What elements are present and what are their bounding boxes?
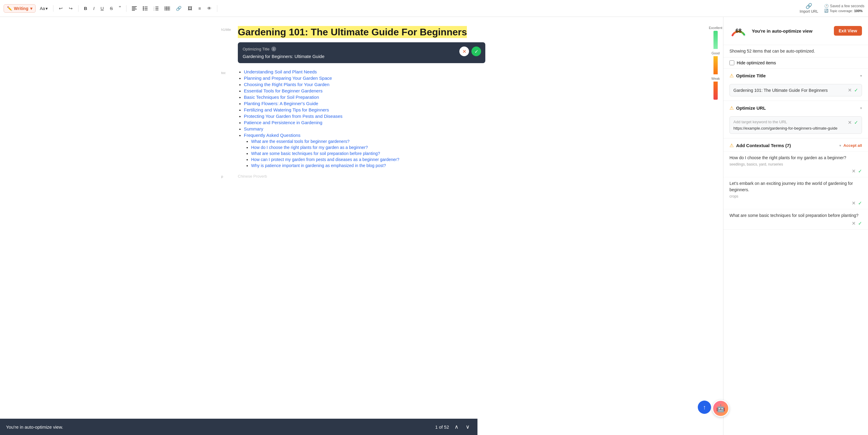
toc-link[interactable]: Patience and Persistence in Gardening (244, 120, 322, 125)
article-title[interactable]: Gardening 101: The Ultimate Guide For Be… (238, 26, 467, 38)
exit-view-button[interactable]: Exit View (834, 26, 862, 36)
toc-link[interactable]: Summary (244, 126, 263, 132)
url-suggestion-box: Add target keyword to the URL https://ex… (730, 116, 862, 134)
toc-link[interactable]: Essential Tools for Beginner Gardeners (244, 88, 322, 93)
accept-term-button[interactable]: ✓ (858, 168, 862, 174)
reject-url-button[interactable]: ✕ (848, 120, 852, 125)
svg-rect-13 (155, 8, 158, 9)
chevron-down-icon: ▾ (860, 74, 862, 78)
toc-link[interactable]: Fertilizing and Watering Tips for Beginn… (244, 107, 329, 112)
h1-label: h1/title (221, 28, 231, 31)
reject-term-button[interactable]: ✕ (852, 221, 856, 226)
list-item[interactable]: Essential Tools for Beginner Gardeners (244, 88, 485, 93)
list-item[interactable]: Choosing the Right Plants for Your Garde… (244, 82, 485, 87)
list-item[interactable]: Understanding Soil and Plant Needs (244, 69, 485, 74)
hide-optimized-row: Hide optimized items (723, 57, 868, 68)
import-url-button[interactable]: 🔗 Import URL (800, 3, 818, 14)
contextual-terms-section: ⚠ Add Contextual Terms (7) ▾ Accept all … (723, 138, 868, 230)
font-size-selector[interactable]: Aa ▾ (38, 5, 50, 12)
save-status-line1: Saved a few seconds (830, 4, 864, 8)
list-item[interactable]: Patience and Persistence in Gardening (244, 120, 485, 125)
chevron-down-icon: ▾ (860, 106, 862, 110)
warning-icon: ⚠ (730, 143, 734, 148)
redo-button[interactable]: ↪ (67, 4, 74, 12)
hide-optimized-label: Hide optimized items (737, 60, 776, 65)
strikethrough-button[interactable]: S (108, 4, 115, 12)
toc-sub-link[interactable]: How do I choose the right plants for my … (251, 145, 368, 150)
info-icon[interactable]: i (271, 47, 276, 51)
accept-suggestion-button[interactable]: ✓ (854, 87, 858, 93)
toc-sub-link[interactable]: What are the essential tools for beginne… (251, 139, 349, 144)
list-item[interactable]: Summary (244, 126, 485, 132)
writing-mode-button[interactable]: ✏️ Writing ▾ (4, 4, 36, 13)
optimize-title-header[interactable]: ⚠ Optimize Title ▾ (723, 68, 868, 82)
contextual-terms-header[interactable]: ⚠ Add Contextual Terms (7) ▾ Accept all (723, 138, 868, 151)
reject-term-button[interactable]: ✕ (852, 168, 856, 174)
list-item[interactable]: Planning and Preparing Your Garden Space (244, 76, 485, 81)
url-content: Add target keyword to the URL https://ex… (734, 120, 838, 130)
italic-button[interactable]: I (91, 4, 96, 12)
numbered-list-button[interactable]: 1.2.3. (152, 5, 160, 12)
prev-item-button[interactable]: ∧ (453, 423, 460, 431)
optimize-url-section: ⚠ Optimize URL ▾ Add target keyword to t… (723, 101, 868, 138)
optimize-url-header[interactable]: ⚠ Optimize URL ▾ (723, 101, 868, 114)
accept-url-button[interactable]: ✓ (854, 120, 858, 125)
bold-button[interactable]: B (82, 4, 89, 12)
quote-button[interactable]: " (117, 4, 123, 13)
next-item-button[interactable]: ∨ (464, 423, 471, 431)
contextual-item-text: How do I choose the right plants for my … (730, 155, 862, 161)
list-item[interactable]: Frequently Asked Questions What are the … (244, 133, 485, 168)
svg-rect-16 (164, 6, 170, 10)
list-item[interactable]: Protecting Your Garden from Pests and Di… (244, 114, 485, 119)
list-item[interactable]: What are the essential tools for beginne… (251, 139, 485, 144)
underline-button[interactable]: U (99, 4, 105, 12)
quality-excellent-label: Excellent (709, 26, 722, 30)
reject-title-button[interactable]: ✕ (459, 47, 469, 56)
url-actions: ✕ ✓ (848, 120, 858, 125)
toc-link[interactable]: Frequently Asked Questions (244, 133, 301, 138)
separator (126, 5, 126, 12)
preview-button[interactable]: 👁 (205, 4, 213, 12)
toc-link[interactable]: Protecting Your Garden from Pests and Di… (244, 114, 343, 119)
more-button[interactable]: ≡ (196, 4, 203, 12)
accept-term-button[interactable]: ✓ (858, 221, 862, 226)
warning-icon: ⚠ (730, 73, 734, 79)
toc-link[interactable]: Choosing the Right Plants for Your Garde… (244, 82, 330, 87)
list-item[interactable]: What are some basic techniques for soil … (251, 151, 485, 156)
editor-content[interactable]: h1/title Gardening 101: The Ultimate Gui… (226, 17, 497, 209)
list-item[interactable]: How can I protect my garden from pests a… (251, 157, 485, 162)
accept-title-button[interactable]: ✓ (471, 47, 481, 56)
undo-button[interactable]: ↩ (57, 4, 65, 12)
table-button[interactable] (163, 5, 172, 12)
accept-all-button[interactable]: Accept all (843, 143, 862, 148)
optimize-title-body: Gardening 101: The Ultimate Guide For Be… (723, 82, 868, 100)
list-item[interactable]: Fertilizing and Watering Tips for Beginn… (244, 107, 485, 112)
hide-optimized-checkbox[interactable] (730, 60, 734, 65)
list-item[interactable]: Basic Techniques for Soil Preparation (244, 94, 485, 100)
toc-link[interactable]: Understanding Soil and Plant Needs (244, 69, 317, 74)
reject-term-button[interactable]: ✕ (852, 200, 856, 206)
accept-term-button[interactable]: ✓ (858, 200, 862, 206)
bottom-bar: You're in auto-optimize view. 1 of 52 ∧ … (0, 419, 477, 435)
toc-link[interactable]: Basic Techniques for Soil Preparation (244, 94, 319, 100)
align-left-button[interactable] (130, 5, 138, 12)
toc-link[interactable]: Planning and Preparing Your Garden Space (244, 76, 332, 81)
toc-sub-link[interactable]: How can I protect my garden from pests a… (251, 157, 399, 162)
bullet-list-button[interactable] (141, 5, 149, 12)
toolbar: ✏️ Writing ▾ Aa ▾ ↩ ↪ B I U S " 1.2.3. 🔗… (0, 0, 868, 17)
reject-suggestion-button[interactable]: ✕ (848, 87, 852, 93)
list-item[interactable]: Planting Flowers: A Beginner's Guide (244, 101, 485, 106)
toc-sub-link[interactable]: Why is patience important in gardening a… (251, 163, 386, 168)
list-item[interactable]: How do I choose the right plants for my … (251, 145, 485, 150)
image-button[interactable]: 🖼 (186, 4, 194, 12)
chevron-down-icon: ▾ (839, 144, 841, 148)
quality-weak-label: Weak (711, 77, 720, 80)
svg-rect-0 (132, 6, 137, 7)
editor-area[interactable]: Excellent Good Weak h1/title Gardening 1… (0, 17, 723, 435)
link-button[interactable]: 🔗 (174, 4, 184, 12)
toc-sub-link[interactable]: What are some basic techniques for soil … (251, 151, 380, 156)
svg-rect-7 (145, 8, 148, 9)
svg-rect-1 (132, 7, 135, 8)
toc-link[interactable]: Planting Flowers: A Beginner's Guide (244, 101, 318, 106)
list-item[interactable]: Why is patience important in gardening a… (251, 163, 485, 168)
